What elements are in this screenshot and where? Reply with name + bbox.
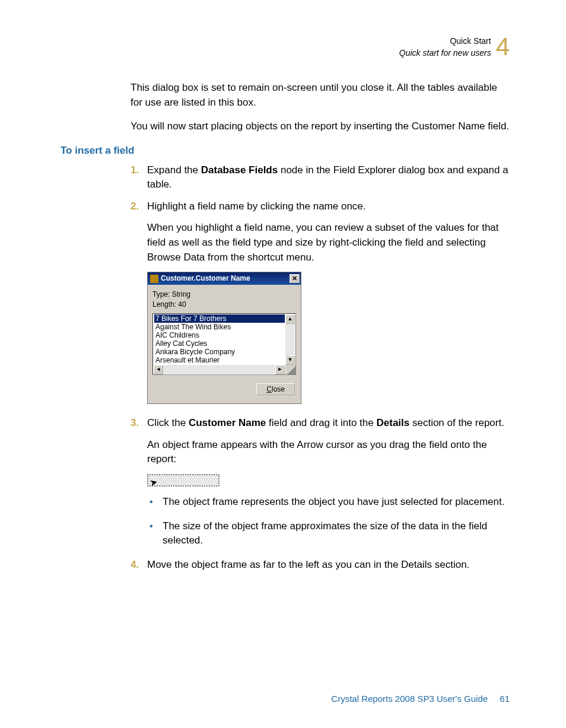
footer-guide-title: Crystal Reports 2008 SP3 User's Guide: [331, 694, 488, 704]
header-subtitle: Quick start for new users: [399, 47, 491, 59]
step-2: 2. Highlight a field name by clicking th…: [131, 199, 510, 404]
page-number: 61: [500, 694, 510, 704]
chapter-number: 4: [496, 34, 510, 59]
horizontal-scrollbar[interactable]: ◄ ►: [154, 365, 285, 374]
list-item[interactable]: AIC Childrens: [154, 331, 285, 339]
page-header: Quick Start Quick start for new users 4: [61, 34, 510, 59]
section-heading: To insert a field: [61, 144, 510, 158]
list-item[interactable]: Against The Wind Bikes: [154, 323, 285, 331]
scroll-up-icon[interactable]: ▲: [285, 314, 295, 324]
object-frame-preview: ➤: [147, 474, 220, 487]
list-item[interactable]: 7 Bikes For 7 Brothers: [154, 314, 285, 323]
bullet-item: The object frame represents the object y…: [147, 495, 510, 510]
field-length-label: Length: 40: [152, 300, 296, 310]
field-type-label: Type: String: [152, 290, 296, 300]
dialog-icon: [150, 275, 158, 283]
intro-paragraph-2: You will now start placing objects on th…: [131, 119, 510, 134]
close-icon[interactable]: ✕: [290, 274, 300, 283]
close-button[interactable]: Close: [256, 383, 295, 395]
step-2-text: Highlight a field name by clicking the n…: [147, 201, 366, 212]
step-3: 3. Click the Customer Name field and dra…: [131, 416, 510, 548]
page-footer: Crystal Reports 2008 SP3 User's Guide 61: [331, 692, 510, 705]
data-listbox[interactable]: 7 Bikes For 7 Brothers Against The Wind …: [152, 313, 296, 375]
step-1-text: Expand the Database Fields node in the F…: [147, 164, 508, 190]
step-2-sub: When you highlight a field name, you can…: [147, 221, 510, 265]
scroll-down-icon[interactable]: ▼: [285, 355, 295, 365]
step-number: 4.: [131, 558, 139, 573]
step-4: 4. Move the object frame as far to the l…: [131, 558, 510, 573]
dialog-title: Customer.Customer Name: [161, 274, 290, 284]
scroll-left-icon[interactable]: ◄: [154, 365, 163, 374]
vertical-scrollbar[interactable]: ▲ ▼: [285, 314, 295, 365]
step-3-text: Click the Customer Name field and drag i…: [147, 417, 504, 428]
list-item[interactable]: Ankara Bicycle Company: [154, 348, 285, 356]
step-1: 1. Expand the Database Fields node in th…: [131, 163, 510, 192]
header-breadcrumb: Quick Start: [399, 35, 491, 47]
dialog-titlebar[interactable]: Customer.Customer Name ✕: [148, 272, 301, 285]
step-3-sub: An object frame appears with the Arrow c…: [147, 438, 510, 467]
step-number: 1.: [131, 163, 139, 178]
step-number: 3.: [131, 416, 139, 431]
intro-paragraph-1: This dialog box is set to remain on-scre…: [131, 81, 510, 110]
scroll-right-icon[interactable]: ►: [275, 365, 285, 374]
list-item[interactable]: Alley Cat Cycles: [154, 339, 285, 348]
browse-data-dialog: Customer.Customer Name ✕ Type: String Le…: [147, 272, 301, 404]
resize-grip-icon[interactable]: [285, 365, 295, 374]
arrow-cursor-icon: ➤: [148, 475, 159, 491]
step-number: 2.: [131, 199, 139, 214]
step-4-text: Move the object frame as far to the left…: [147, 559, 469, 570]
bullet-item: The size of the object frame approximate…: [147, 519, 510, 548]
list-item[interactable]: Arsenault et Maurier: [154, 356, 285, 364]
dialog-meta: Type: String Length: 40: [152, 290, 296, 310]
